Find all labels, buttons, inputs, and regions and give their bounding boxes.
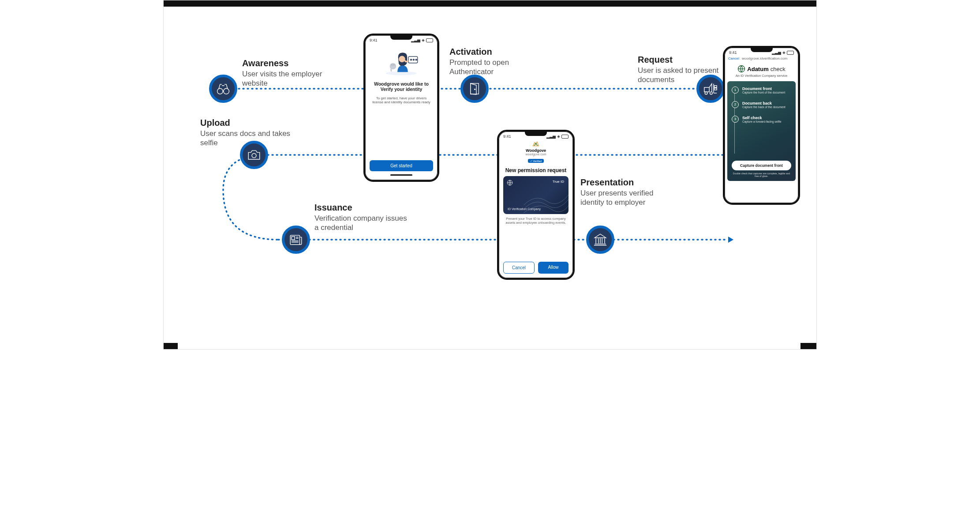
- step-presentation: Presentation User presents verified iden…: [580, 177, 673, 207]
- capture-footnote: Double check that captures are complete,…: [732, 172, 791, 177]
- svg-rect-13: [714, 86, 717, 87]
- phone-awareness: 9:41 ▂▃▅◈ Woodgrove would like to Verify…: [363, 34, 439, 182]
- bottom-left-marker: [164, 343, 178, 349]
- step-title: Awareness: [242, 58, 335, 68]
- capture-button[interactable]: Capture document front: [732, 161, 791, 170]
- news-icon: [282, 226, 310, 254]
- step-issuance: Issuance Verification company issues a c…: [314, 202, 407, 233]
- svg-point-15: [252, 153, 256, 158]
- p3-explain: Present your True ID to access company a…: [499, 217, 573, 225]
- svg-rect-8: [704, 87, 709, 92]
- step-upload: Upload User scans docs and takes selfie: [200, 117, 293, 148]
- svg-point-37: [415, 59, 417, 60]
- step-title: Request: [638, 54, 730, 65]
- bottom-right-marker: [800, 343, 816, 349]
- p2-step2-desc: Capture the back of the document: [742, 105, 785, 109]
- arrowhead-icon: [728, 237, 733, 243]
- svg-point-7: [475, 89, 475, 90]
- browser-cancel[interactable]: Cancel: [728, 56, 739, 60]
- brand-check: check: [771, 66, 785, 72]
- p2-step1-desc: Capture the front of the document: [742, 91, 785, 94]
- step-title: Upload: [200, 117, 293, 128]
- verified-badge: ✓ Verified: [528, 159, 544, 163]
- svg-point-36: [413, 59, 415, 60]
- svg-point-33: [399, 56, 405, 63]
- phone-presentation: 9:41 ▂▃▅◈ Woodgove woodgove.com ✓ Verifi…: [497, 130, 575, 280]
- onboarding-illustration: [382, 47, 421, 76]
- p3-domain: woodgove.com: [503, 153, 569, 156]
- cancel-button[interactable]: Cancel: [503, 262, 535, 274]
- svg-point-30: [390, 63, 396, 70]
- svg-point-4: [224, 88, 229, 94]
- phone1-instruction: To get started, have your drivers licens…: [370, 96, 432, 104]
- globe-icon: [507, 180, 513, 186]
- step-desc: User is asked to present documents: [638, 66, 730, 85]
- p2-step2-title: Document back: [742, 101, 785, 105]
- flow-diagram: Awareness User visits the employer websi…: [163, 0, 817, 350]
- p2-step1-title: Document front: [742, 87, 785, 91]
- phone-clock: 9:41: [503, 134, 511, 139]
- brand-subtitle: An ID Verification Company service: [728, 74, 795, 78]
- step-title: Activation: [449, 46, 542, 57]
- svg-point-35: [410, 59, 412, 60]
- step-desc: User presents verified identity to emplo…: [580, 188, 673, 207]
- allow-button[interactable]: Allow: [538, 262, 569, 274]
- svg-point-3: [217, 88, 223, 94]
- phone-request: 9:41 ▂▃▅◈ Cancel woodgrove.idverificatio…: [723, 46, 800, 205]
- step-request: Request User is asked to present documen…: [638, 54, 730, 85]
- p2-step3-desc: Capture a forward-facing selfie: [742, 120, 782, 123]
- step-desc: User visits the employer website: [242, 69, 335, 88]
- binoculars-icon: [209, 75, 237, 103]
- globe-icon: [737, 65, 745, 73]
- get-started-button[interactable]: Get started: [370, 160, 433, 171]
- bank-icon: [586, 226, 614, 254]
- step-desc: User scans docs and takes selfie: [200, 129, 293, 148]
- svg-point-9: [705, 92, 707, 94]
- card-title: True ID: [553, 180, 564, 184]
- svg-rect-17: [292, 237, 295, 240]
- p3-heading: New permission request: [503, 167, 569, 173]
- svg-point-10: [710, 92, 713, 94]
- step-title: Issuance: [314, 202, 407, 213]
- svg-point-32: [393, 64, 394, 65]
- svg-point-31: [392, 64, 392, 65]
- top-black-bar: [164, 0, 816, 7]
- p2-step3-title: Self check: [742, 116, 782, 120]
- woodgrove-logo-icon: [532, 141, 539, 147]
- brand-adatum: Adatum: [747, 66, 768, 72]
- phone-clock: 9:41: [370, 38, 378, 42]
- step-desc: Verification company issues a credential: [314, 214, 407, 233]
- p3-brand: Woodgove: [503, 148, 569, 153]
- door-icon: [460, 75, 489, 103]
- phone1-heading: Woodgrove would like to Verify your iden…: [370, 81, 432, 92]
- svg-rect-14: [714, 88, 717, 90]
- step-desc: Prompted to open Authenticator: [449, 58, 542, 77]
- step-awareness: Awareness User visits the employer websi…: [242, 58, 335, 88]
- step-activation: Activation Prompted to open Authenticato…: [449, 46, 542, 77]
- phone-clock: 9:41: [729, 50, 737, 55]
- step-title: Presentation: [580, 177, 673, 188]
- browser-url: woodgrove.idverification.com: [742, 56, 787, 60]
